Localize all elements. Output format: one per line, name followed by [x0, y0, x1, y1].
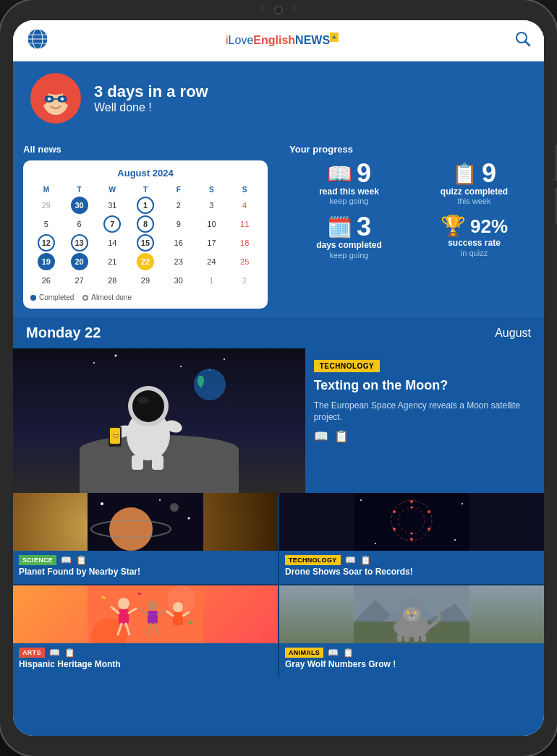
svg-point-53 [411, 507, 413, 509]
svg-rect-69 [148, 611, 158, 624]
article-title-0[interactable]: Planet Found by Nearby Star! [19, 567, 272, 578]
svg-point-68 [148, 601, 158, 611]
cal-day-20[interactable]: 20 [71, 253, 88, 270]
article-title-3[interactable]: Gray Wolf Numbers Grow ! [285, 659, 538, 671]
cal-day-9[interactable]: 9 [170, 215, 187, 233]
cal-header-t2: T [129, 184, 161, 195]
cal-day-21[interactable]: 21 [103, 253, 121, 270]
cal-day-17[interactable]: 17 [203, 234, 220, 252]
cal-day-16[interactable]: 16 [170, 234, 187, 252]
quiz-icon: 📋 [452, 162, 477, 186]
cal-header-s2: S [229, 184, 260, 195]
read-sublabel: keep going [330, 197, 369, 205]
svg-line-7 [525, 41, 530, 46]
cal-day-3[interactable]: 3 [203, 197, 220, 214]
art-quiz-icon-0[interactable]: 📋 [76, 555, 87, 565]
svg-rect-95 [397, 635, 402, 642]
cal-day-29[interactable]: 29 [137, 272, 154, 289]
art-quiz-icon-1[interactable]: 📋 [360, 555, 371, 565]
cal-day-30[interactable]: 30 [170, 272, 187, 289]
cal-day-6[interactable]: 6 [71, 215, 88, 233]
article-tag-3: ANIMALS [285, 648, 323, 658]
art-quiz-icon-3[interactable]: 📋 [343, 648, 354, 658]
svg-point-24 [180, 366, 182, 367]
trophy-icon: 🏆 [441, 214, 466, 238]
cal-day-1-next[interactable]: 1 [203, 272, 220, 289]
svg-point-48 [428, 510, 430, 513]
article-card-0[interactable]: SCIENCE 📖 📋 Planet Found by Nearby Star! [13, 493, 278, 584]
dot-almost [82, 295, 88, 301]
cal-day-2-next[interactable]: 2 [236, 272, 253, 289]
svg-point-40 [170, 503, 179, 512]
art-read-icon-2[interactable]: 📖 [49, 648, 60, 658]
cal-day-8[interactable]: 8 [137, 215, 154, 233]
cal-day-15[interactable]: 15 [137, 234, 154, 252]
cal-day-18[interactable]: 18 [236, 234, 253, 252]
search-icon[interactable] [515, 31, 531, 50]
svg-rect-35 [132, 455, 143, 470]
article-card-3[interactable]: ANIMALS 📖 📋 Gray Wolf Numbers Grow ! [279, 585, 544, 676]
quiz-icon[interactable]: 📋 [334, 429, 349, 443]
cal-day-1[interactable]: 1 [137, 197, 154, 214]
cal-day-27[interactable]: 27 [71, 272, 88, 289]
cal-day-13[interactable]: 13 [71, 234, 88, 252]
article-tag-icons-1: TECHNOLOGY 📖 📋 [285, 555, 538, 565]
cal-day-12[interactable]: 12 [38, 234, 55, 252]
svg-point-62 [118, 598, 129, 609]
svg-rect-98 [421, 635, 426, 642]
progress-quiz: 📋 9 quizz completed this week [414, 160, 534, 205]
svg-point-91 [407, 611, 409, 614]
article-title-1[interactable]: Drone Shows Soar to Records! [285, 567, 538, 578]
svg-rect-36 [152, 455, 163, 470]
article-card-2[interactable]: ARTS 📖 📋 Hispanic Heritage Month [13, 585, 278, 676]
article-title-2[interactable]: Hispanic Heritage Month [19, 659, 272, 671]
cal-day-4[interactable]: 4 [236, 197, 253, 214]
cal-day-19[interactable]: 19 [38, 253, 55, 270]
read-icon[interactable]: 📖 [314, 429, 328, 443]
featured-title[interactable]: Texting on the Moon? [314, 378, 535, 394]
articles-grid: SCIENCE 📖 📋 Planet Found by Nearby Star! [13, 493, 544, 676]
cal-day-26[interactable]: 26 [38, 272, 55, 289]
art-read-icon-1[interactable]: 📖 [345, 555, 356, 565]
art-quiz-icon-2[interactable]: 📋 [64, 648, 75, 658]
svg-point-17 [61, 98, 64, 100]
cal-month: August 2024 [30, 168, 260, 179]
cal-day-30[interactable]: 30 [71, 197, 88, 214]
days-sublabel: keep going [330, 251, 369, 259]
app-logo[interactable]: iLoveEnglishNEWS+ [226, 33, 339, 47]
svg-point-47 [410, 500, 413, 503]
cal-day-11[interactable]: 11 [236, 215, 253, 233]
featured-article[interactable]: 😊 TECHNOLOGY Texting on the Moon? The Eu… [13, 348, 544, 493]
globe-icon [26, 27, 49, 53]
cal-header-s1: S [196, 184, 228, 195]
art-read-icon-3[interactable]: 📖 [328, 648, 339, 658]
cal-day-24[interactable]: 24 [203, 253, 220, 270]
cal-header-t1: T [64, 184, 95, 195]
article-card-1[interactable]: TECHNOLOGY 📖 📋 Drone Shows Soar to Recor… [279, 493, 544, 584]
cal-day-14[interactable]: 14 [103, 234, 121, 252]
cal-day-29-prev[interactable]: 29 [38, 197, 55, 214]
art-read-icon-0[interactable]: 📖 [61, 555, 72, 565]
cal-grid: M T W T F S S 29 30 31 1 2 3 4 [30, 184, 260, 289]
cal-day-7[interactable]: 7 [103, 215, 121, 233]
legend-almost-label: Almost done [91, 293, 132, 301]
days-label: days completed [316, 240, 382, 250]
news-scroll[interactable]: 😊 TECHNOLOGY Texting on the Moon? The Eu… [13, 348, 544, 736]
cal-day-2[interactable]: 2 [170, 197, 187, 214]
read-count: 9 [357, 160, 371, 186]
article-thumb-2 [13, 585, 278, 643]
cal-day-28[interactable]: 28 [103, 272, 121, 289]
logo-english: English [253, 35, 295, 47]
quiz-label: quizz completed [441, 186, 508, 197]
cal-day-10[interactable]: 10 [203, 215, 220, 233]
article-thumb-3 [279, 585, 544, 643]
cal-day-23[interactable]: 23 [170, 253, 187, 270]
featured-tag: TECHNOLOGY [314, 360, 380, 372]
tablet-screen: iLoveEnglishNEWS+ [13, 20, 544, 736]
cal-day-22-today[interactable]: 22 [137, 253, 154, 270]
cal-day-5[interactable]: 5 [38, 215, 55, 233]
cal-day-31-prev[interactable]: 31 [103, 197, 121, 214]
calendar-legend: Completed Almost done [30, 293, 260, 301]
cal-day-25[interactable]: 25 [236, 253, 253, 270]
svg-point-94 [411, 614, 413, 617]
